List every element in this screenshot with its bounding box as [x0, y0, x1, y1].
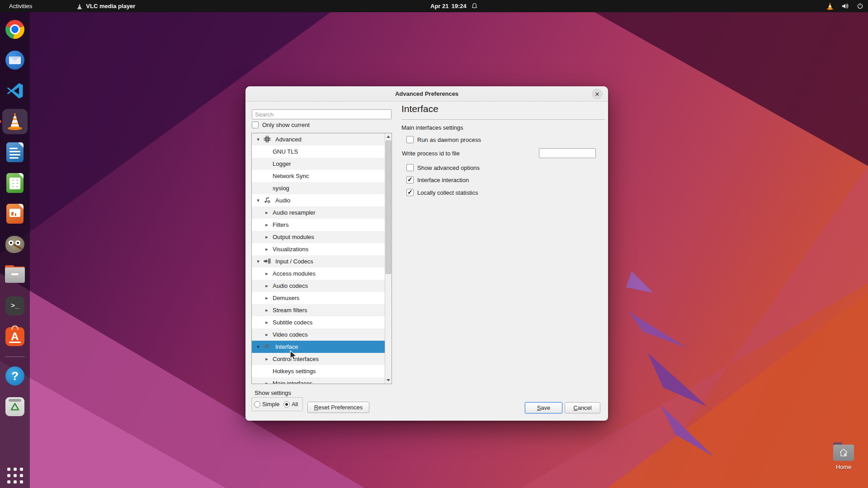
expander-icon[interactable]: ▾: [255, 255, 261, 267]
interface-interaction-label: Interface interaction: [417, 177, 469, 183]
scrollbar-thumb[interactable]: [386, 141, 391, 274]
only-show-current-row[interactable]: Only show current: [252, 122, 310, 128]
close-button[interactable]: ✕: [592, 89, 603, 99]
dock-item-software[interactable]: A: [2, 324, 28, 349]
expander-icon[interactable]: ▸: [264, 328, 269, 341]
tree-item-audio-codecs[interactable]: ▸Audio codecs: [252, 280, 385, 292]
tree-item-video-codecs[interactable]: ▸Video codecs: [252, 328, 385, 341]
tree-item-syslog[interactable]: syslog: [252, 182, 385, 194]
home-desktop-icon[interactable]: Home: [830, 445, 857, 470]
focused-app-menu[interactable]: VLC media player: [76, 3, 135, 9]
mouse-cursor: [289, 350, 299, 361]
tree-item-audio-resampler[interactable]: ▸Audio resampler: [252, 206, 385, 219]
desktop: Activities VLC media player Apr 21 19:24: [0, 0, 868, 488]
vlc-cone-icon: [826, 3, 834, 10]
activities-button[interactable]: Activities: [6, 3, 35, 9]
tree-item-control-interfaces[interactable]: ▸Control interfaces: [252, 353, 385, 365]
clock-menu[interactable]: Apr 21 19:24: [430, 3, 478, 9]
expander-icon[interactable]: ▸: [264, 280, 269, 292]
write-pid-row: Write process id to file: [402, 150, 460, 157]
dock-item-terminal[interactable]: >_: [2, 293, 28, 319]
expander-icon[interactable]: ▸: [264, 243, 269, 255]
tree-item-gnu-tls[interactable]: GNU TLS: [252, 145, 385, 158]
dock-item-trash[interactable]: [2, 394, 28, 419]
tree-item-input-codecs[interactable]: ▾Input / Codecs: [252, 255, 385, 267]
tree-item-access-modules[interactable]: ▸Access modules: [252, 267, 385, 280]
tree-item-stream-filters[interactable]: ▸Stream filters: [252, 304, 385, 316]
tree-item-visualizations[interactable]: ▸Visualizations: [252, 243, 385, 255]
locally-collect-row[interactable]: Locally collect statistics: [406, 189, 478, 196]
run-daemon-checkbox[interactable]: [406, 136, 414, 143]
all-radio-item[interactable]: All: [283, 401, 298, 408]
expander-icon[interactable]: ▸: [264, 353, 269, 365]
expander-icon[interactable]: ▸: [264, 316, 269, 328]
only-show-current-checkbox[interactable]: [252, 122, 259, 128]
dock-item-vlc[interactable]: [2, 109, 28, 134]
dock-item-gimp[interactable]: [2, 232, 28, 257]
reset-preferences-button[interactable]: Reset Preferences: [307, 402, 369, 413]
tree-item-advanced[interactable]: ▾Advanced: [252, 133, 385, 145]
locally-collect-checkbox[interactable]: [406, 189, 414, 196]
interface-interaction-checkbox[interactable]: [406, 176, 414, 183]
scroll-up-button[interactable]: [385, 133, 392, 140]
dock-item-writer[interactable]: [2, 140, 28, 165]
expander-icon[interactable]: ▸: [264, 267, 269, 280]
system-status-area[interactable]: [826, 3, 863, 10]
simple-radio[interactable]: [254, 401, 260, 408]
dialog-titlebar[interactable]: Advanced Preferences ✕: [245, 86, 608, 102]
tree-item-output-modules[interactable]: ▸Output modules: [252, 231, 385, 243]
thunderbird-icon: [5, 51, 24, 70]
dock-item-impress[interactable]: [2, 201, 28, 226]
dock: >_ A ?: [0, 12, 30, 488]
save-button[interactable]: Save: [525, 402, 562, 413]
cancel-button[interactable]: Cancel: [565, 402, 600, 413]
codecs-icon: [264, 258, 271, 265]
show-advanced-checkbox[interactable]: [406, 164, 414, 171]
dock-item-vscode[interactable]: [2, 78, 28, 103]
expander-icon[interactable]: ▸: [264, 206, 269, 219]
all-radio[interactable]: [283, 401, 290, 408]
expander-icon[interactable]: ▸: [264, 304, 269, 316]
write-pid-label: Write process id to file: [402, 150, 460, 157]
dock-divider: [5, 357, 25, 357]
tree-item-subtitle-codecs[interactable]: ▸Subtitle codecs: [252, 316, 385, 328]
expander-icon[interactable]: ▸: [264, 219, 269, 231]
panel-section-label: Main interfaces settings: [401, 124, 463, 131]
tree-item-logger[interactable]: Logger: [252, 158, 385, 170]
tree-item-main-interfaces[interactable]: ▸Main interfaces: [252, 377, 385, 384]
all-radio-label: All: [292, 401, 298, 408]
run-daemon-row[interactable]: Run as daemon process: [406, 136, 481, 143]
tree-item-audio[interactable]: ▾Audio: [252, 194, 385, 206]
dock-item-files[interactable]: [2, 263, 28, 288]
tree-item-network-sync[interactable]: Network Sync: [252, 170, 385, 182]
expander-icon[interactable]: ▾: [255, 341, 261, 353]
chip-icon: [264, 136, 271, 143]
tree-item-demuxers[interactable]: ▸Demuxers: [252, 292, 385, 304]
expander-icon[interactable]: ▾: [255, 133, 261, 145]
advanced-preferences-dialog: Advanced Preferences ✕ Only show current…: [245, 86, 608, 421]
files-icon: [5, 267, 25, 283]
expander-icon[interactable]: ▸: [264, 292, 269, 304]
dock-item-help[interactable]: ?: [2, 363, 28, 389]
tree-item-interface[interactable]: ▾Interface: [252, 341, 385, 353]
dock-item-calc[interactable]: [2, 170, 28, 196]
expander-icon[interactable]: ▾: [255, 194, 261, 206]
home-label: Home: [830, 464, 857, 470]
expander-icon[interactable]: ▸: [264, 377, 269, 384]
tree-item-filters[interactable]: ▸Filters: [252, 219, 385, 231]
chrome-icon: [5, 20, 24, 39]
show-advanced-row[interactable]: Show advanced options: [406, 164, 480, 171]
tree-item-hotkeys-settings[interactable]: Hotkeys settings: [252, 365, 385, 377]
search-input[interactable]: [252, 109, 392, 119]
scroll-down-button[interactable]: [385, 377, 392, 384]
interface-interaction-row[interactable]: Interface interaction: [406, 176, 469, 183]
simple-radio-item[interactable]: Simple: [254, 401, 279, 408]
tree-scrollbar[interactable]: [385, 133, 392, 384]
expander-icon[interactable]: ▸: [264, 231, 269, 243]
write-pid-input[interactable]: [539, 148, 596, 158]
locally-collect-label: Locally collect statistics: [417, 189, 478, 196]
dock-item-chrome[interactable]: [2, 17, 28, 42]
dock-item-thunderbird[interactable]: [2, 47, 28, 73]
app-grid-button[interactable]: [7, 468, 23, 483]
libreoffice-impress-icon: [6, 204, 24, 224]
